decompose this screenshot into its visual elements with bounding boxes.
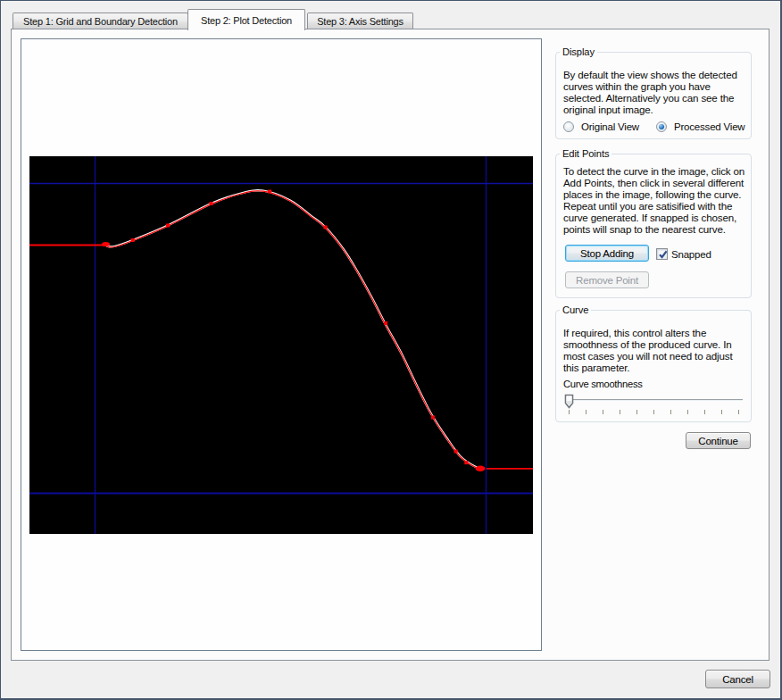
radio-processed-view-bullet — [656, 121, 667, 132]
check-icon — [657, 248, 670, 261]
tab-step2-plot-detection[interactable]: Step 2: Plot Detection — [187, 9, 305, 30]
display-description: By default the view shows the detected c… — [563, 69, 749, 115]
slider-track[interactable] — [568, 399, 743, 401]
curve-group-title: Curve — [560, 304, 591, 316]
snapped-checkbox[interactable] — [656, 248, 668, 260]
slider-thumb[interactable] — [564, 394, 574, 409]
radio-original-view-label: Original View — [581, 121, 639, 132]
cancel-button[interactable]: Cancel — [705, 670, 770, 688]
cancel-label: Cancel — [722, 674, 753, 685]
curve-description: If required, this control alters the smo… — [563, 327, 753, 373]
tab-step1-grid-boundary[interactable]: Step 1: Grid and Boundary Detection — [12, 12, 188, 29]
edit-points-group: Edit Points To detect the curve in the i… — [555, 154, 752, 298]
continue-button[interactable]: Continue — [686, 432, 751, 449]
wizard-window: Step 1: Grid and Boundary Detection Step… — [0, 0, 782, 700]
tab-step2-label: Step 2: Plot Detection — [201, 15, 292, 26]
edit-points-group-title: Edit Points — [560, 148, 611, 160]
display-group: Display By default the view shows the de… — [555, 52, 752, 139]
tab-step1-label: Step 1: Grid and Boundary Detection — [23, 16, 178, 27]
edit-points-description: To detect the curve in the image, click … — [563, 165, 753, 235]
slider-ticks — [569, 410, 739, 414]
snapped-checkbox-row[interactable]: Snapped — [656, 248, 711, 260]
radio-processed-view[interactable]: Processed View — [656, 121, 745, 132]
radio-original-view[interactable]: Original View — [563, 121, 639, 132]
stop-adding-button[interactable]: Stop Adding — [565, 245, 649, 262]
radio-processed-view-label: Processed View — [674, 121, 745, 132]
tab-step3-label: Step 3: Axis Settings — [317, 16, 403, 27]
display-group-title: Display — [560, 46, 597, 58]
tab-page: Display By default the view shows the de… — [11, 29, 770, 661]
curve-smoothness-slider[interactable] — [564, 394, 745, 409]
continue-label: Continue — [698, 436, 737, 446]
remove-point-label: Remove Point — [576, 275, 638, 286]
stop-adding-label: Stop Adding — [580, 248, 634, 259]
tab-step3-axis-settings[interactable]: Step 3: Axis Settings — [307, 12, 413, 29]
curve-group: Curve If required, this control alters t… — [555, 310, 752, 422]
remove-point-button[interactable]: Remove Point — [565, 271, 649, 288]
radio-original-view-bullet — [563, 121, 574, 132]
plot-image[interactable] — [29, 156, 533, 534]
snapped-label: Snapped — [671, 249, 711, 260]
curve-smoothness-label: Curve smoothness — [563, 379, 642, 389]
plot-canvas[interactable] — [21, 38, 542, 651]
